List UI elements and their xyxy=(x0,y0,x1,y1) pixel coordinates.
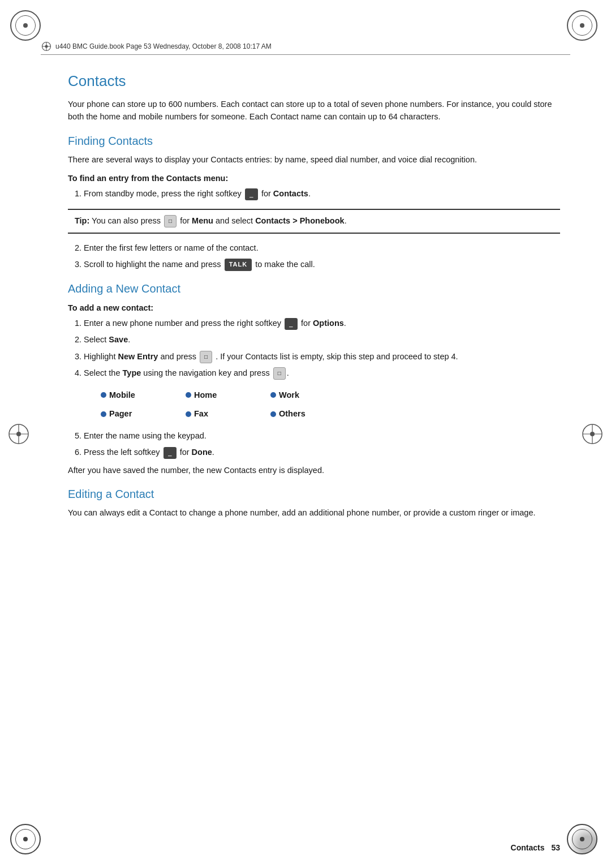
tip-for: for xyxy=(180,216,192,225)
finding-intro: There are several ways to display your C… xyxy=(68,153,560,166)
corner-decoration-bl xyxy=(10,824,44,858)
fax-label: Fax xyxy=(194,407,208,420)
adding-step-3: Highlight New Entry and press □ . If you… xyxy=(84,350,560,363)
home-bullet xyxy=(186,392,191,398)
contacts-softkey-icon: ⎯ xyxy=(245,188,258,201)
mobile-bullet xyxy=(101,392,106,398)
adding-step6-bold: Done xyxy=(192,448,212,457)
footer: Contacts 53 xyxy=(68,843,560,852)
finding-step3-prefix: Scroll to highlight the name and press xyxy=(84,260,221,269)
crosshair-right xyxy=(582,423,603,445)
main-heading: Contacts xyxy=(68,72,560,90)
editing-heading: Editing a Contact xyxy=(68,488,560,501)
finding-step1-for: for xyxy=(261,189,273,198)
tip-and: and select xyxy=(216,216,255,225)
type-fax: Fax xyxy=(186,407,270,420)
header-bar: u440 BMC Guide.book Page 53 Wednesday, O… xyxy=(41,41,570,55)
adding-step-4: Select the Type using the navigation key… xyxy=(84,367,560,421)
adding-outro: After you have saved the number, the new… xyxy=(68,464,560,476)
finding-step-3: Scroll to highlight the name and press T… xyxy=(84,258,560,271)
adding-step2-bold: Save xyxy=(109,335,128,344)
editing-text: You can always edit a Contact to change … xyxy=(68,506,560,519)
menu-key-icon: □ xyxy=(164,215,177,227)
page: u440 BMC Guide.book Page 53 Wednesday, O… xyxy=(0,0,611,868)
adding-heading: Adding a New Contact xyxy=(68,282,560,295)
type-mobile: Mobile xyxy=(101,389,186,402)
adding-bold-heading: To add a new contact: xyxy=(68,303,560,312)
adding-step6-for: for xyxy=(180,448,192,457)
type-pager: Pager xyxy=(101,407,186,420)
tip-box: Tip: You can also press □ for Menu and s… xyxy=(68,209,560,234)
finding-heading: Finding Contacts xyxy=(68,135,560,148)
adding-step4-bold: Type xyxy=(123,368,141,377)
others-bullet xyxy=(270,411,276,417)
finding-step3-suffix: to make the call. xyxy=(255,260,315,269)
finding-step-2: Enter the first few letters or name of t… xyxy=(84,242,560,255)
type-work: Work xyxy=(270,389,355,402)
adding-step2-prefix: Select xyxy=(84,335,106,344)
adding-step1-for: for xyxy=(301,319,313,328)
finding-step1-bold: Contacts xyxy=(273,189,308,198)
fax-bullet xyxy=(186,411,191,417)
home-label: Home xyxy=(194,389,217,402)
ok-key-icon: □ xyxy=(200,351,212,363)
work-bullet xyxy=(270,392,276,398)
finding-steps-list-2: Enter the first few letters or name of t… xyxy=(84,242,560,271)
adding-step1-bold: Options xyxy=(313,319,344,328)
tip-contacts-bold: Contacts > Phonebook xyxy=(255,216,345,225)
adding-step-6: Press the left softkey ⎯ for Done. xyxy=(84,446,560,459)
header-text: u440 BMC Guide.book Page 53 Wednesday, O… xyxy=(55,42,272,50)
finding-steps-list: From standby mode, press the right softk… xyxy=(84,187,560,200)
main-content: Contacts Your phone can store up to 600 … xyxy=(68,62,560,823)
pager-bullet xyxy=(101,411,106,417)
done-softkey-icon: ⎯ xyxy=(163,447,177,459)
corner-decoration-tr xyxy=(567,10,601,44)
adding-step1-prefix: Enter a new phone number and press the r… xyxy=(84,319,281,328)
corner-decoration-tl xyxy=(10,10,44,44)
header-crosshair-icon xyxy=(41,41,52,52)
footer-page-number: 53 xyxy=(551,843,560,852)
adding-step3-bold: New Entry xyxy=(118,352,158,361)
tip-menu-bold: Menu xyxy=(192,216,213,225)
work-label: Work xyxy=(279,389,299,402)
adding-steps-list: Enter a new phone number and press the r… xyxy=(84,317,560,459)
adding-step3-suffix: and press xyxy=(160,352,199,361)
adding-step3-prefix: Highlight xyxy=(84,352,115,361)
adding-step3-end: . If your Contacts list is empty, skip t… xyxy=(216,352,458,361)
adding-step6-prefix: Press the left softkey xyxy=(84,448,160,457)
adding-step4-prefix: Select the xyxy=(84,368,121,377)
others-label: Others xyxy=(279,407,306,420)
nav-key-icon: □ xyxy=(273,367,286,380)
tip-text: You can also press xyxy=(92,216,163,225)
crosshair-left xyxy=(8,423,29,445)
options-softkey-icon: ⎯ xyxy=(285,318,298,330)
adding-step-1: Enter a new phone number and press the r… xyxy=(84,317,560,330)
footer-section: Contacts xyxy=(511,843,545,852)
adding-step4-suffix: using the navigation key and press xyxy=(143,368,269,377)
pager-label: Pager xyxy=(109,407,132,420)
type-home: Home xyxy=(186,389,270,402)
finding-bold-heading: To find an entry from the Contacts menu: xyxy=(68,174,560,183)
finding-step1-text: From standby mode, press the right softk… xyxy=(84,189,242,198)
finding-step-1: From standby mode, press the right softk… xyxy=(84,187,560,200)
corner-decoration-br xyxy=(567,824,601,858)
mobile-label: Mobile xyxy=(109,389,135,402)
type-options-grid: Mobile Home Work Pager xyxy=(101,389,560,420)
tip-label: Tip: xyxy=(75,216,89,225)
adding-step-5: Enter the name using the keypad. xyxy=(84,429,560,442)
intro-paragraph: Your phone can store up to 600 numbers. … xyxy=(68,98,560,123)
adding-step-2: Select Save. xyxy=(84,333,560,346)
type-others: Others xyxy=(270,407,355,420)
talk-button-icon: TALK xyxy=(225,259,252,271)
